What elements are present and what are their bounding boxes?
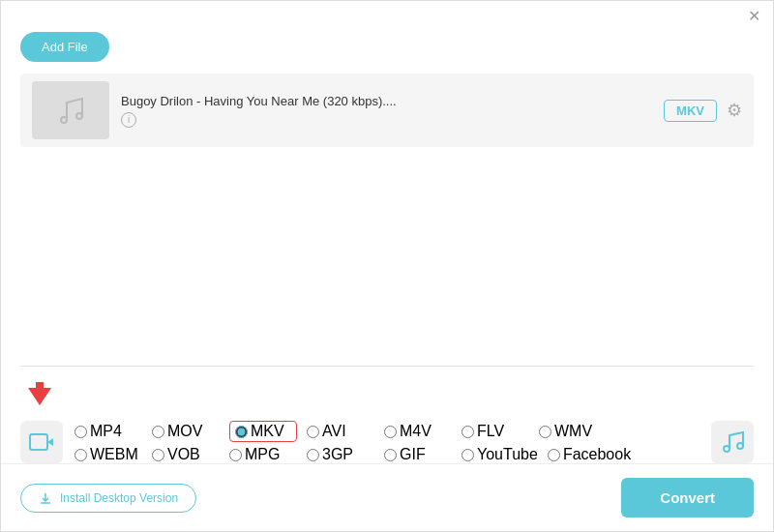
format-options: MP4 MOV MKV AVI: [74, 421, 711, 463]
format-row: MP4 MOV MKV AVI: [20, 421, 754, 463]
svg-rect-4: [30, 434, 47, 450]
format-row-2: WEBM VOB MPG 3GP: [74, 446, 711, 463]
svg-point-1: [76, 113, 82, 119]
format-option-mov[interactable]: MOV: [152, 423, 220, 440]
spacer: [20, 147, 754, 366]
file-info: Bugoy Drilon - Having You Near Me (320 k…: [121, 94, 652, 128]
file-actions: MKV ⚙: [664, 100, 742, 122]
format-option-gif[interactable]: GIF: [384, 446, 452, 463]
format-badge[interactable]: MKV: [664, 100, 717, 122]
install-desktop-button[interactable]: Install Desktop Version: [20, 484, 196, 513]
format-option-m4v[interactable]: M4V: [384, 423, 452, 440]
svg-point-0: [61, 117, 67, 123]
info-icon[interactable]: i: [121, 112, 136, 128]
title-bar: ✕: [1, 1, 773, 24]
format-row-1: MP4 MOV MKV AVI: [74, 421, 711, 442]
format-arrow: [20, 376, 754, 415]
format-option-mkv[interactable]: MKV: [229, 421, 297, 442]
audio-format-icon-box[interactable]: [711, 421, 754, 463]
format-option-webm[interactable]: WEBM: [74, 446, 142, 463]
format-option-mpg[interactable]: MPG: [229, 446, 297, 463]
format-option-avi[interactable]: AVI: [307, 423, 374, 440]
audio-icon: [720, 429, 745, 455]
svg-point-6: [724, 446, 729, 452]
format-option-youtube[interactable]: YouTube: [461, 446, 538, 463]
main-content: Add File Bugoy Drilon - Having You Near …: [1, 24, 773, 463]
video-format-icon-box[interactable]: [20, 421, 63, 463]
file-thumbnail: [32, 81, 109, 139]
format-section: MP4 MOV MKV AVI: [20, 366, 754, 463]
format-option-3gp[interactable]: 3GP: [307, 446, 374, 463]
music-icon: [53, 93, 88, 128]
close-button[interactable]: ✕: [746, 9, 761, 24]
svg-point-7: [737, 443, 743, 449]
install-label: Install Desktop Version: [60, 491, 178, 505]
format-option-wmv[interactable]: WMV: [539, 423, 607, 440]
svg-rect-3: [36, 382, 44, 399]
add-file-button[interactable]: Add File: [20, 32, 109, 62]
bottom-bar: Install Desktop Version Convert: [1, 463, 773, 531]
download-icon: [39, 491, 52, 505]
format-option-vob[interactable]: VOB: [152, 446, 220, 463]
convert-button[interactable]: Convert: [621, 478, 754, 517]
settings-icon[interactable]: ⚙: [727, 100, 742, 121]
format-option-flv[interactable]: FLV: [461, 423, 529, 440]
main-window: ✕ Add File Bugoy Drilon - Having You Nea…: [0, 0, 774, 532]
file-name: Bugoy Drilon - Having You Near Me (320 k…: [121, 94, 652, 108]
format-option-mp4[interactable]: MP4: [74, 423, 142, 440]
file-item: Bugoy Drilon - Having You Near Me (320 k…: [20, 74, 754, 147]
format-option-facebook[interactable]: Facebook: [548, 446, 631, 463]
video-icon: [28, 429, 55, 456]
arrow-down-icon: [20, 376, 59, 415]
